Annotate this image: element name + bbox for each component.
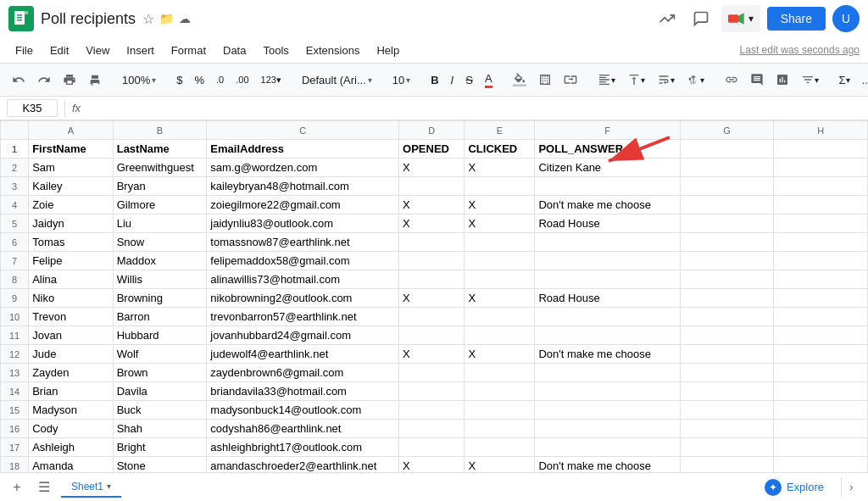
star-icon[interactable]: ☆ [142,11,154,27]
cell-10-A[interactable]: Trevon [29,308,114,326]
cell-5-G[interactable] [680,214,774,233]
cell-18-H[interactable] [774,457,868,473]
cell-6-C[interactable]: tomassnow87@earthlink.net [207,233,399,252]
table-row[interactable]: 7FelipeMaddoxfelipemaddox58@gmail.com [1,252,868,270]
cell-14-H[interactable] [774,382,868,401]
table-row[interactable]: 9NikoBrowningnikobrowning2@outlook.comXX… [1,289,868,308]
cell-18-D[interactable]: X [399,457,465,473]
cell-17-E[interactable] [465,438,535,457]
cell-3-B[interactable]: Bryan [113,177,207,196]
cell-6-H[interactable] [774,233,868,252]
cell-2-G[interactable] [680,159,774,177]
menu-tools[interactable]: Tools [256,41,295,60]
table-row[interactable]: 2SamGreenwithguestsam.g@wordzen.comXXCit… [1,159,868,177]
cell-15-C[interactable]: madysonbuck14@outlook.com [207,401,399,420]
table-row[interactable]: 1FirstNameLastNameEmailAddressOPENEDCLIC… [1,140,868,159]
cell-9-F[interactable]: Road House [535,289,680,308]
cell-7-G[interactable] [680,252,774,270]
cell-3-C[interactable]: kaileybryan48@hotmail.com [207,177,399,196]
cell-8-H[interactable] [774,270,868,289]
table-row[interactable]: 11JovanHubbardjovanhubbard24@gmail.com [1,326,868,345]
cell-12-F[interactable]: Don't make me choose [535,345,680,364]
cell-4-C[interactable]: zoiegilmore22@gmail.com [207,196,399,214]
cell-3-A[interactable]: Kailey [29,177,114,196]
cell-8-F[interactable] [535,270,680,289]
text-wrap-button[interactable]: ▾ [652,70,680,90]
col-header-C[interactable]: C [207,121,399,140]
cell-12-G[interactable] [680,345,774,364]
cell-12-C[interactable]: judewolf4@earthlink.net [207,345,399,364]
menu-extensions[interactable]: Extensions [299,41,367,60]
cell-3-G[interactable] [680,177,774,196]
menu-edit[interactable]: Edit [43,41,75,60]
cell-13-D[interactable] [399,364,465,382]
cell-7-F[interactable] [535,252,680,270]
print-button[interactable] [58,70,81,90]
cell-2-A[interactable]: Sam [29,159,114,177]
cell-15-D[interactable] [399,401,465,420]
cell-1-E[interactable]: CLICKED [465,140,535,159]
cell-10-D[interactable] [399,308,465,326]
bold-button[interactable]: B [426,70,443,90]
font-size-selector[interactable]: 10 ▾ [387,70,415,90]
redo-button[interactable] [32,70,56,90]
decimal-increase-button[interactable]: .00 [231,71,253,88]
menu-view[interactable]: View [79,41,116,60]
cell-2-E[interactable]: X [465,159,535,177]
cell-5-F[interactable]: Road House [535,214,680,233]
cell-17-F[interactable] [535,438,680,457]
cell-1-C[interactable]: EmailAddress [207,140,399,159]
cell-16-E[interactable] [465,420,535,438]
cell-17-H[interactable] [774,438,868,457]
cell-14-D[interactable] [399,382,465,401]
menu-help[interactable]: Help [370,41,406,60]
cell-14-E[interactable] [465,382,535,401]
cell-5-E[interactable]: X [465,214,535,233]
cell-5-C[interactable]: jaidynliu83@outlook.com [207,214,399,233]
cell-8-B[interactable]: Willis [113,270,207,289]
cell-18-G[interactable] [680,457,774,473]
meet-icon[interactable]: ▾ [721,5,760,32]
cell-4-G[interactable] [680,196,774,214]
col-header-D[interactable]: D [399,121,465,140]
cell-5-H[interactable] [774,214,868,233]
cell-2-C[interactable]: sam.g@wordzen.com [207,159,399,177]
add-sheet-button[interactable]: + [7,477,27,498]
cell-4-D[interactable]: X [399,196,465,214]
col-header-G[interactable]: G [680,121,774,140]
cell-12-E[interactable]: X [465,345,535,364]
cell-3-E[interactable] [465,177,535,196]
cell-13-F[interactable] [535,364,680,382]
cell-14-A[interactable]: Brian [29,382,114,401]
cell-10-G[interactable] [680,308,774,326]
last-edit-status[interactable]: Last edit was seconds ago [740,44,860,56]
cell-5-B[interactable]: Liu [113,214,207,233]
cell-13-B[interactable]: Brown [113,364,207,382]
cell-15-E[interactable] [465,401,535,420]
table-row[interactable]: 17AshleighBrightashleighbright17@outlook… [1,438,868,457]
cell-6-D[interactable] [399,233,465,252]
cell-15-A[interactable]: Madyson [29,401,114,420]
cell-9-C[interactable]: nikobrowning2@outlook.com [207,289,399,308]
borders-button[interactable] [533,70,557,90]
undo-button[interactable] [7,70,31,90]
cell-3-H[interactable] [774,177,868,196]
cell-11-F[interactable] [535,326,680,345]
cell-8-E[interactable] [465,270,535,289]
menu-format[interactable]: Format [164,41,213,60]
cell-10-C[interactable]: trevonbarron57@earthlink.net [207,308,399,326]
cell-6-B[interactable]: Snow [113,233,207,252]
cell-7-H[interactable] [774,252,868,270]
align-button[interactable]: ▾ [593,70,620,90]
cell-9-E[interactable]: X [465,289,535,308]
table-row[interactable]: 4ZoieGilmorezoiegilmore22@gmail.comXXDon… [1,196,868,214]
cell-8-C[interactable]: alinawillis73@hotmail.com [207,270,399,289]
table-row[interactable]: 13ZaydenBrownzaydenbrown6@gmail.com [1,364,868,382]
filter-button[interactable]: ▾ [796,70,824,90]
cell-11-D[interactable] [399,326,465,345]
cell-10-E[interactable] [465,308,535,326]
menu-file[interactable]: File [8,41,40,60]
table-row[interactable]: 12JudeWolfjudewolf4@earthlink.netXXDon't… [1,345,868,364]
cell-16-B[interactable]: Shah [113,420,207,438]
menu-insert[interactable]: Insert [120,41,161,60]
